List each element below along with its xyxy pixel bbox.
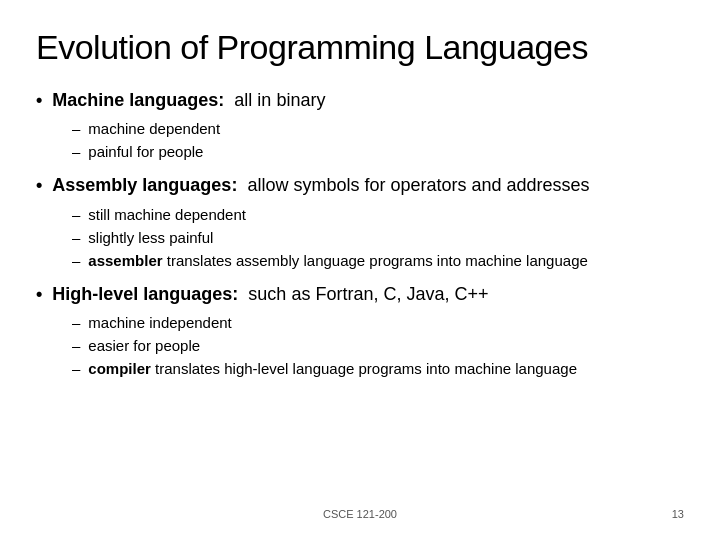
sub-dash-2-1: –	[72, 204, 80, 225]
bullet-dot-2: •	[36, 175, 42, 196]
sub-bullet-3-1: – machine independent	[72, 312, 684, 333]
content-area: • Machine languages: all in binary – mac…	[36, 85, 684, 500]
assembler-bold: assembler	[88, 252, 162, 269]
sub-text-3-2: easier for people	[88, 335, 200, 356]
sub-bullet-1-1: – machine dependent	[72, 118, 684, 139]
sub-dash-3-2: –	[72, 335, 80, 356]
sub-bullet-1-2: – painful for people	[72, 141, 684, 162]
sub-bullet-2-2: – slightly less painful	[72, 227, 684, 248]
sub-text-2-2: slightly less painful	[88, 227, 213, 248]
bullet-dot-3: •	[36, 284, 42, 305]
slide-title: Evolution of Programming Languages	[36, 28, 684, 67]
sub-bullets-1: – machine dependent – painful for people	[72, 118, 684, 162]
sub-bullet-3-2: – easier for people	[72, 335, 684, 356]
bullet-assembly-languages: • Assembly languages: allow symbols for …	[36, 170, 684, 278]
bullet-text-1: Machine languages: all in binary	[52, 89, 325, 112]
sub-bullet-2-1: – still machine dependent	[72, 204, 684, 225]
sub-dash-2-3: –	[72, 250, 80, 271]
bullet-bold-1: Machine languages:	[52, 90, 224, 110]
sub-text-3-1: machine independent	[88, 312, 231, 333]
sub-bullets-2: – still machine dependent – slightly les…	[72, 204, 684, 271]
sub-dash-3-3: –	[72, 358, 80, 379]
sub-text-1-2: painful for people	[88, 141, 203, 162]
bullet-high-level-languages: • High-level languages: such as Fortran,…	[36, 279, 684, 387]
sub-dash-1-2: –	[72, 141, 80, 162]
sub-bullet-2-3: – assembler translates assembly language…	[72, 250, 684, 271]
sub-dash-1-1: –	[72, 118, 80, 139]
sub-text-3-3: compiler translates high-level language …	[88, 358, 577, 379]
footer-page: 13	[672, 508, 684, 520]
sub-bullet-3-3: – compiler translates high-level languag…	[72, 358, 684, 379]
bullet-bold-2: Assembly languages:	[52, 175, 237, 195]
bullet-text-3: High-level languages: such as Fortran, C…	[52, 283, 488, 306]
sub-text-1-1: machine dependent	[88, 118, 220, 139]
sub-dash-3-1: –	[72, 312, 80, 333]
bullet-machine-languages: • Machine languages: all in binary – mac…	[36, 85, 684, 170]
bullet-text-2: Assembly languages: allow symbols for op…	[52, 174, 589, 197]
sub-bullets-3: – machine independent – easier for peopl…	[72, 312, 684, 379]
footer-course: CSCE 121-200	[323, 508, 397, 520]
bullet-dot-1: •	[36, 90, 42, 111]
sub-text-2-3: assembler translates assembly language p…	[88, 250, 587, 271]
compiler-bold: compiler	[88, 360, 151, 377]
bullet-bold-3: High-level languages:	[52, 284, 238, 304]
slide: Evolution of Programming Languages • Mac…	[0, 0, 720, 540]
sub-text-2-1: still machine dependent	[88, 204, 246, 225]
slide-footer: CSCE 121-200 13	[36, 500, 684, 520]
sub-dash-2-2: –	[72, 227, 80, 248]
